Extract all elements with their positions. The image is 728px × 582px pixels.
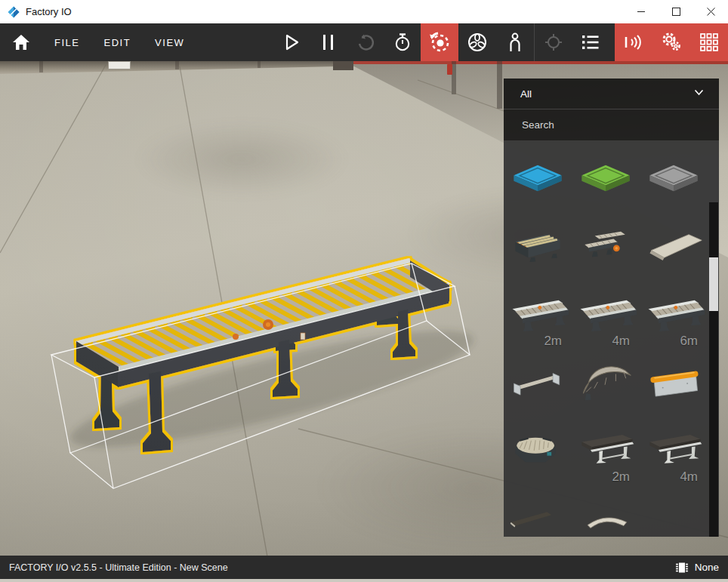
menu-view[interactable]: VIEW	[143, 23, 196, 61]
chevron-down-icon	[694, 89, 704, 96]
fly-camera-icon	[467, 32, 488, 53]
parts-grid-body: 2m 4m 6m	[504, 140, 719, 537]
viewport-3d[interactable]: All	[0, 61, 728, 556]
app-logo-icon	[8, 6, 20, 18]
app-version-info: FACTORY I/O v2.5.5 - Ultimate Edition - …	[9, 562, 228, 573]
palette-item-ramp[interactable]	[504, 489, 572, 537]
parts-panel: All	[504, 79, 719, 537]
palette-item-chute[interactable]	[640, 217, 708, 285]
minimize-button[interactable]	[624, 0, 659, 23]
palette-item-belt-conveyor-2m[interactable]: 2m	[572, 421, 640, 489]
titlebar: Factory IO	[0, 0, 728, 23]
driver-name: None	[695, 562, 719, 573]
camera-target-button[interactable]	[535, 23, 572, 61]
palette-item-label: 6m	[680, 334, 698, 349]
palette-item-pallet-gray[interactable]	[640, 149, 708, 217]
open-parts-palette-button[interactable]	[690, 23, 728, 61]
driver-chip-icon	[674, 560, 689, 575]
category-value: All	[520, 88, 532, 100]
palette-item-chain-transfer[interactable]	[504, 217, 572, 285]
home-icon	[12, 34, 30, 51]
window-bottom-border	[0, 579, 728, 582]
window-title: Factory IO	[26, 6, 72, 17]
palette-item-roller[interactable]	[504, 353, 572, 421]
play-icon	[282, 32, 301, 52]
orbit-camera-button[interactable]	[421, 23, 458, 61]
palette-item-stop-blade[interactable]	[640, 353, 708, 421]
palette-item-turntable[interactable]	[504, 421, 572, 489]
sensor-waves-icon	[622, 32, 645, 53]
palette-item-roller-conveyor-6m[interactable]: 6m	[640, 285, 708, 353]
pause-button[interactable]	[310, 23, 347, 61]
palette-item-belt-conveyor-4m[interactable]: 4m	[640, 421, 708, 489]
search-input[interactable]	[520, 119, 674, 131]
palette-item-label: 4m	[612, 334, 630, 349]
first-person-camera-button[interactable]	[496, 23, 534, 61]
io-points-button[interactable]	[615, 23, 652, 61]
palette-item-label: 2m	[544, 334, 562, 349]
target-icon	[543, 32, 564, 53]
bullet-list-icon	[580, 32, 601, 52]
palette-scrollbar-track[interactable]	[709, 202, 718, 537]
driver-indicator[interactable]: None	[674, 560, 719, 575]
fly-camera-button[interactable]	[458, 23, 496, 61]
factory-io-window: Factory IO FILE EDIT VIEW	[0, 0, 728, 582]
grid-icon	[699, 32, 720, 53]
palette-item-empty	[640, 489, 708, 537]
home-button[interactable]	[0, 23, 42, 61]
palette-item-pallet-blue[interactable]	[504, 149, 572, 217]
person-icon	[505, 32, 525, 53]
gears-icon	[660, 31, 683, 54]
item-list-button[interactable]	[572, 23, 609, 61]
reset-button[interactable]	[347, 23, 384, 61]
reset-icon	[356, 32, 375, 52]
palette-item-pallet-green[interactable]	[572, 149, 640, 217]
maximize-button[interactable]	[659, 0, 693, 23]
palette-item-curved-belt-conveyor[interactable]	[572, 489, 640, 537]
palette-scrollbar-thumb[interactable]	[709, 257, 718, 311]
palette-item-label: 2m	[612, 470, 630, 485]
orbit-camera-icon	[428, 31, 451, 54]
play-button[interactable]	[273, 23, 310, 61]
palette-item-roller-conveyor-2m[interactable]: 2m	[504, 285, 572, 353]
palette-item-roller-conveyor-4m[interactable]: 4m	[572, 285, 640, 353]
time-scale-button[interactable]	[384, 23, 421, 61]
palette-item-label: 4m	[680, 470, 698, 485]
palette-item-transfer-rollers[interactable]	[572, 217, 640, 285]
menu-file[interactable]: FILE	[42, 23, 91, 61]
status-bar: FACTORY I/O v2.5.5 - Ultimate Edition - …	[0, 556, 728, 579]
close-button[interactable]	[693, 0, 728, 23]
category-dropdown[interactable]: All	[504, 79, 719, 109]
search-row	[504, 109, 719, 140]
palette-item-curved-roller-conveyor[interactable]	[572, 353, 640, 421]
stopwatch-icon	[393, 32, 412, 53]
drivers-button[interactable]	[652, 23, 690, 61]
toolbar: FILE EDIT VIEW	[0, 23, 728, 61]
pause-icon	[320, 33, 337, 51]
menu-edit[interactable]: EDIT	[91, 23, 143, 61]
